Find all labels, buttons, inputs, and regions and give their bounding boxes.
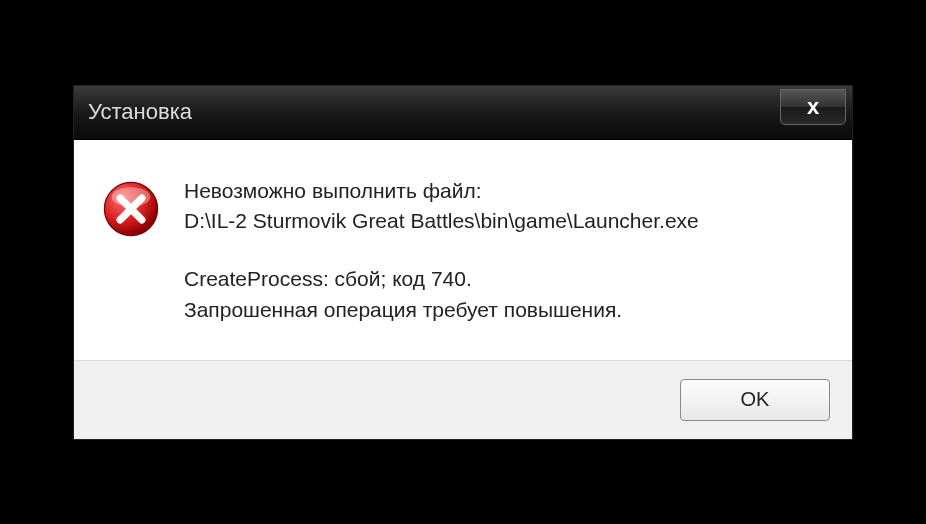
message-line-4: Запрошенная операция требует повышения. xyxy=(184,295,824,325)
dialog-title: Установка xyxy=(88,99,192,125)
titlebar: Установка x xyxy=(74,86,852,140)
message-line-3: CreateProcess: сбой; код 740. xyxy=(184,264,824,294)
message-line-2: D:\IL-2 Sturmovik Great Battles\bin\game… xyxy=(184,206,824,236)
button-row: OK xyxy=(74,360,852,439)
error-icon xyxy=(102,180,160,238)
dialog-window: Установка x Невозможно выполнить файл xyxy=(73,85,853,440)
message-block: Невозможно выполнить файл: D:\IL-2 Sturm… xyxy=(184,176,824,326)
close-icon: x xyxy=(807,94,819,120)
close-button[interactable]: x xyxy=(780,89,846,125)
message-line-1: Невозможно выполнить файл: xyxy=(184,176,824,206)
ok-button[interactable]: OK xyxy=(680,379,830,421)
dialog-body: Невозможно выполнить файл: D:\IL-2 Sturm… xyxy=(74,140,852,360)
